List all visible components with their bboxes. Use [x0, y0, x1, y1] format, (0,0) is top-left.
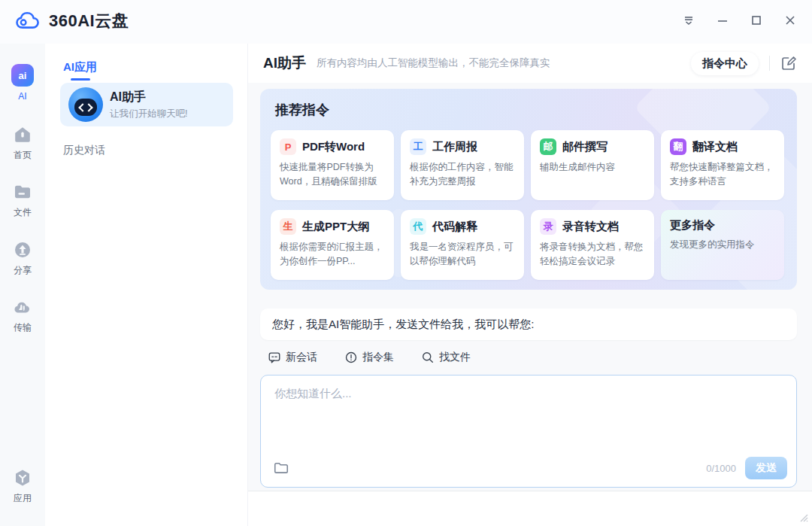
home-icon [13, 125, 32, 144]
new-conversation-button[interactable]: 新会话 [268, 351, 317, 364]
card-weekly-report[interactable]: 工 工作周报 根据你的工作内容，智能补充为完整周报 [401, 130, 524, 200]
record-badge-icon: 录 [540, 218, 556, 235]
command-set-button[interactable]: 指令集 [344, 351, 394, 364]
ai-disclaimer: 所有内容均由人工智能模型输出，不能完全保障真实 [317, 56, 550, 70]
card-desc: 根据你需要的汇报主题，为你创作一份PP... [280, 240, 385, 269]
folder-attach-icon[interactable] [273, 460, 289, 476]
card-title: PDF转Word [302, 140, 365, 154]
header-divider [769, 56, 770, 71]
mail-badge-icon: 邮 [540, 138, 556, 155]
pdf-badge-icon: P [280, 138, 296, 155]
card-title: 代码解释 [432, 220, 477, 234]
sidebar-item-label: 分享 [14, 264, 32, 277]
recommend-section-title: 推荐指令 [275, 101, 329, 119]
message-composer: 0/1000 发送 [260, 375, 797, 488]
card-desc: 快速批量将PDF转换为Word，且精确保留排版 [280, 160, 385, 190]
new-chat-compose-icon[interactable] [780, 55, 797, 71]
translate-badge-icon: 翻 [670, 138, 686, 155]
chat-toolbar: 新会话 指令集 找文件 [268, 351, 471, 364]
info-circle-icon [344, 351, 358, 364]
command-center-button[interactable]: 指令中心 [691, 52, 759, 75]
sidebar-item-files[interactable]: 文件 [0, 182, 45, 219]
minimize-icon[interactable] [716, 14, 729, 27]
recommended-commands-banner: 推荐指令 P PDF转Word 快速批量将PDF转换为Word，且精确保留排版 … [260, 89, 797, 290]
ai-assistant-entry[interactable]: AI助手 让我们开始聊天吧! [60, 83, 233, 126]
app-title: 360AI云盘 [49, 10, 129, 32]
generate-badge-icon: 生 [280, 218, 296, 235]
card-desc: 帮您快速翻译整篇文档，支持多种语言 [670, 160, 775, 190]
card-title: 翻译文档 [692, 140, 738, 154]
cloud-logo-icon [15, 11, 42, 32]
sidebar-item-home[interactable]: 首页 [0, 125, 45, 162]
sidebar-item-label: 首页 [14, 149, 32, 162]
tool-label: 指令集 [362, 351, 394, 364]
folder-icon [13, 182, 32, 202]
app-logo: 360AI云盘 [15, 10, 129, 32]
card-code-explain[interactable]: 代 代码解释 我是一名资深程序员，可以帮你理解代码 [401, 210, 524, 280]
assistant-title: AI助手 [110, 90, 187, 105]
char-counter: 0/1000 [706, 463, 736, 474]
sidebar-item-label: 传输 [14, 321, 32, 334]
find-file-button[interactable]: 找文件 [421, 351, 471, 364]
close-icon[interactable] [783, 14, 797, 27]
page-title: AI助手 [263, 53, 306, 73]
card-desc: 将录音转换为文档，帮您轻松搞定会议记录 [540, 240, 645, 269]
card-more-commands[interactable]: 更多指令 发现更多的实用指令 [661, 210, 784, 280]
card-desc: 发现更多的实用指令 [670, 238, 775, 252]
card-ppt-outline[interactable]: 生 生成PPT大纲 根据你需要的汇报主题，为你创作一份PP... [271, 210, 394, 280]
main-content: AI助手 所有内容均由人工智能模型输出，不能完全保障真实 指令中心 推荐指令 P… [248, 44, 812, 526]
card-title: 录音转文档 [562, 220, 619, 234]
sidebar-item-label: 文件 [14, 206, 32, 219]
sidebar-item-label: AI [18, 91, 26, 102]
card-title: 工作周报 [432, 140, 477, 154]
tool-label: 找文件 [439, 351, 471, 364]
search-icon [421, 351, 435, 364]
title-bar: 360AI云盘 [0, 0, 812, 44]
card-title: 生成PPT大纲 [302, 220, 369, 234]
assistant-subtitle: 让我们开始聊天吧! [110, 108, 187, 120]
cloud-transfer-icon [13, 297, 32, 317]
history-section-label: 历史对话 [63, 144, 105, 157]
apps-hexagon-icon [13, 468, 32, 488]
tab-ai-apps[interactable]: AI应用 [63, 60, 97, 81]
card-desc: 我是一名资深程序员，可以帮你理解代码 [410, 240, 515, 269]
tab-label: AI应用 [63, 60, 97, 73]
card-translate-doc[interactable]: 翻 翻译文档 帮您快速翻译整篇文档，支持多种语言 [661, 130, 784, 200]
code-badge-icon: 代 [410, 218, 426, 235]
card-title: 更多指令 [670, 218, 715, 233]
card-title: 邮件撰写 [562, 140, 607, 154]
chat-bubble-icon [268, 351, 281, 364]
main-header: AI助手 所有内容均由人工智能模型输出，不能完全保障真实 指令中心 [248, 44, 812, 83]
assistant-greeting-bubble: 您好，我是AI智能助手，发送文件给我，我可以帮您: [260, 309, 797, 340]
sidebar-item-apps[interactable]: 应用 [0, 468, 45, 505]
sidebar-item-transfer[interactable]: 传输 [0, 297, 45, 334]
send-button[interactable]: 发送 [745, 457, 787, 479]
tab-active-underline [71, 78, 90, 81]
bottom-strip [248, 491, 812, 526]
work-badge-icon: 工 [410, 138, 426, 155]
robot-avatar [68, 87, 103, 122]
collapse-to-tray-icon[interactable] [682, 14, 695, 27]
sidebar: ai AI 首页 文件 分享 传输 应用 [0, 44, 45, 526]
message-input[interactable] [273, 385, 780, 452]
command-cards-grid: P PDF转Word 快速批量将PDF转换为Word，且精确保留排版 工 工作周… [271, 130, 784, 280]
card-audio-to-doc[interactable]: 录 录音转文档 将录音转换为文档，帮您轻松搞定会议记录 [531, 210, 654, 280]
window-resize-grip[interactable] [798, 512, 808, 522]
ai-badge-icon: ai [11, 64, 34, 87]
sidebar-item-label: 应用 [14, 492, 32, 505]
sidebar-item-share[interactable]: 分享 [0, 240, 45, 277]
card-pdf-to-word[interactable]: P PDF转Word 快速批量将PDF转换为Word，且精确保留排版 [271, 130, 394, 200]
share-upload-icon [13, 240, 32, 260]
card-desc: 根据你的工作内容，智能补充为完整周报 [410, 160, 515, 190]
ai-apps-panel: AI应用 AI助手 让我们开始聊天吧! 历史对话 [45, 44, 248, 526]
tool-label: 新会话 [286, 351, 317, 364]
sidebar-item-ai[interactable]: ai AI [0, 64, 45, 102]
card-desc: 辅助生成邮件内容 [540, 160, 645, 175]
maximize-icon[interactable] [750, 14, 763, 27]
card-email-writing[interactable]: 邮 邮件撰写 辅助生成邮件内容 [531, 130, 654, 200]
